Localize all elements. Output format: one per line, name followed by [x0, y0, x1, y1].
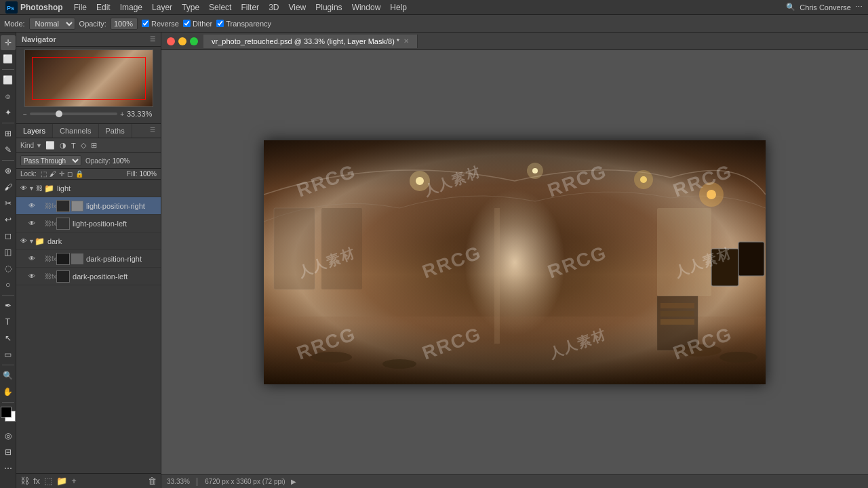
layer-visibility-light[interactable]: 👁	[19, 184, 28, 192]
filter-smart-icon[interactable]: ⊞	[90, 140, 98, 150]
wand-tool[interactable]: ✦	[1, 105, 16, 120]
eraser-tool[interactable]: ◻	[1, 228, 16, 243]
move-tool[interactable]: ✛	[1, 35, 16, 50]
blur-tool[interactable]: ◌	[1, 261, 16, 276]
menu-window[interactable]: Window	[348, 1, 385, 14]
filter-pixel-icon[interactable]: ⬜	[44, 140, 56, 150]
menu-plugins[interactable]: Plugins	[311, 1, 346, 14]
menu-filter[interactable]: Filter	[237, 1, 263, 14]
menubar-right: 🔍 Chris Converse ⋯	[786, 3, 863, 12]
more-tools[interactable]: ⋯	[1, 461, 16, 476]
canvas-tab-title: vr_photo_retouched.psd @ 33.3% (light, L…	[212, 37, 399, 45]
zoom-tool[interactable]: 🔍	[1, 368, 16, 383]
vis-light-right[interactable]: 👁	[27, 202, 37, 209]
foreground-color-swatch[interactable]	[1, 407, 12, 418]
history-brush[interactable]: ↩	[1, 212, 16, 227]
maximize-button[interactable]	[190, 37, 198, 45]
screen-mode[interactable]: ⊟	[1, 445, 16, 460]
vis-dark[interactable]: 👁	[19, 237, 28, 245]
menu-edit[interactable]: Edit	[92, 1, 115, 14]
lock-transparent-icon[interactable]: ⬚	[41, 170, 47, 178]
link-layers-icon[interactable]: ⛓	[20, 476, 29, 486]
menu-file[interactable]: File	[70, 1, 91, 14]
tab-paths[interactable]: Paths	[99, 124, 132, 138]
layers-panel-menu[interactable]: ☰	[144, 124, 161, 138]
expand-light-icon[interactable]: ▼	[28, 185, 35, 192]
blend-mode-select[interactable]: Pass ThroughNormalMultiply	[20, 155, 81, 166]
zoom-slider[interactable]	[30, 113, 117, 115]
tab-layers[interactable]: Layers	[16, 124, 53, 138]
heal-tool[interactable]: ⊕	[1, 163, 16, 178]
minimize-button[interactable]	[178, 37, 186, 45]
layer-dark-position-right[interactable]: 👁 ⛓ fx dark-psition-right	[16, 250, 161, 268]
vis-dark-right[interactable]: 👁	[27, 255, 37, 262]
lock-image-icon[interactable]: 🖌	[50, 170, 56, 178]
vis-dark-left[interactable]: 👁	[27, 272, 37, 280]
gradient-tool[interactable]: ◫	[1, 245, 16, 260]
lock-all-icon[interactable]: 🔒	[75, 170, 83, 178]
more-icon[interactable]: ⋯	[855, 3, 863, 12]
dither-checkbox[interactable]	[183, 20, 191, 27]
marquee-tool[interactable]: ⬜	[1, 73, 16, 87]
dodge-tool[interactable]: ○	[1, 277, 16, 292]
transparency-checkbox[interactable]	[216, 20, 224, 27]
opacity-value[interactable]: 100%	[113, 157, 130, 165]
close-button[interactable]	[167, 37, 175, 45]
type-tool[interactable]: T	[1, 314, 16, 329]
layer-light-position-left[interactable]: 👁 ⛓ fx light-position-left	[16, 215, 161, 232]
menu-view[interactable]: View	[284, 1, 310, 14]
filter-type-icon[interactable]: T	[70, 141, 77, 150]
lock-artboard-icon[interactable]: ◻	[67, 170, 73, 178]
canvas-tab-main[interactable]: vr_photo_retouched.psd @ 33.3% (light, L…	[203, 35, 418, 48]
search-icon[interactable]: 🔍	[786, 3, 795, 12]
quick-mask[interactable]: ◎	[1, 428, 16, 443]
menubar: Ps Photoshop File Edit Image Layer Type …	[0, 0, 868, 15]
eyedropper-tool[interactable]: ✎	[1, 142, 16, 157]
crop-tool[interactable]: ⊞	[1, 126, 16, 141]
tab-channels[interactable]: Channels	[53, 124, 98, 138]
kind-dropdown-icon[interactable]: ▼	[36, 142, 42, 149]
menu-3d[interactable]: 3D	[264, 1, 283, 14]
layer-fx-icon[interactable]: fx	[33, 476, 40, 486]
hand-tool[interactable]: ✋	[1, 384, 16, 399]
path-select[interactable]: ↖	[1, 331, 16, 346]
opacity-input[interactable]	[111, 18, 138, 30]
new-group-icon[interactable]: 📁	[56, 476, 67, 486]
new-layer-icon[interactable]: +	[71, 476, 77, 486]
filter-shape-icon[interactable]: ◇	[79, 140, 87, 150]
canvas-viewport[interactable]: RRCG 人人素材 RRCG RRCG 人人素材 RRCG RRCG 人人素材 …	[161, 50, 868, 474]
vis-light-left[interactable]: 👁	[27, 220, 37, 227]
fill-value[interactable]: 100%	[139, 170, 157, 178]
layer-dark-position-left[interactable]: 👁 ⛓ fx dark-position-left	[16, 268, 161, 285]
mode-select[interactable]: NormalMultiplyScreen	[29, 18, 75, 30]
add-mask-icon[interactable]: ⬚	[44, 476, 52, 486]
zoom-out-icon[interactable]: −	[23, 110, 27, 118]
shape-tool[interactable]: ▭	[1, 347, 16, 362]
photoshop-icon: Ps	[5, 1, 18, 14]
pen-tool[interactable]: ✒	[1, 298, 16, 313]
layer-group-light[interactable]: 👁 ▼ ⛓ 📁 light	[16, 180, 161, 197]
menu-select[interactable]: Select	[205, 1, 235, 14]
menu-type[interactable]: Type	[178, 1, 203, 14]
layer-group-dark[interactable]: 👁 ▼ 📁 dark	[16, 232, 161, 250]
brush-tool[interactable]: 🖌	[1, 180, 16, 195]
menu-image[interactable]: Image	[116, 1, 146, 14]
canvas-tab-close[interactable]: ✕	[403, 37, 409, 45]
navigator-menu-icon[interactable]: ☰	[150, 36, 155, 43]
clone-tool[interactable]: ✂	[1, 196, 16, 211]
filter-adjust-icon[interactable]: ◑	[58, 140, 68, 150]
filter-row: Kind ▼ ⬜ ◑ T ◇ ⊞	[20, 140, 157, 150]
lock-position-icon[interactable]: ✛	[59, 170, 64, 178]
zoom-in-icon[interactable]: +	[120, 110, 124, 118]
layer-light-position-right[interactable]: 👁 ⛓ fx light-position-right	[16, 197, 161, 215]
expand-dark-icon[interactable]: ▼	[28, 238, 35, 245]
status-arrow[interactable]: ▶	[291, 478, 296, 485]
lasso-tool[interactable]: ⌾	[1, 89, 16, 104]
artboard-tool[interactable]: ⬜	[1, 52, 16, 66]
reverse-checkbox[interactable]	[142, 20, 149, 27]
delete-layer-icon[interactable]: 🗑	[148, 476, 157, 486]
menu-layer[interactable]: Layer	[148, 1, 176, 14]
layers-footer: ⛓ fx ⬚ 📁 + 🗑	[16, 473, 161, 488]
fx-ll-icon: fx	[52, 220, 56, 227]
menu-help[interactable]: Help	[386, 1, 411, 14]
